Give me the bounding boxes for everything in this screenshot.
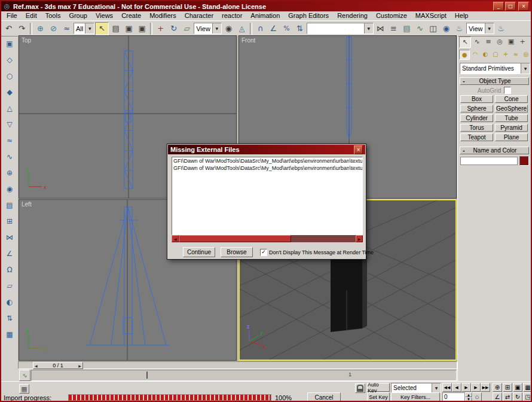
select-and-rotate-icon[interactable]: ↻ [167, 23, 180, 35]
reactor-tool-16-icon[interactable]: ▱ [3, 279, 16, 293]
redo-icon[interactable]: ↷ [16, 23, 28, 35]
reference-coordinate-dropdown[interactable]: View ▼ [194, 23, 222, 34]
zoom-all-icon[interactable]: ⊞ [503, 383, 512, 392]
button-geosphere[interactable]: GeoSphere [495, 105, 528, 112]
reactor-tool-12-icon[interactable]: ⊞ [3, 215, 16, 228]
undo-icon[interactable]: ↶ [2, 23, 15, 35]
reactor-tool-2-icon[interactable]: ◇ [3, 53, 16, 66]
angle-snap-icon[interactable]: ∠ [267, 23, 280, 35]
time-slider-handle[interactable]: ◀ 0 / 1 ▶ [33, 362, 83, 369]
category-helpers[interactable]: + [501, 50, 510, 59]
material-editor-icon[interactable]: ◉ [440, 23, 452, 35]
button-box[interactable]: Box [460, 95, 493, 103]
set-key-button[interactable]: Set Key [367, 392, 390, 401]
autogrid-checkbox[interactable] [504, 87, 511, 94]
named-selection-sets-dropdown[interactable]: ▼ [307, 23, 374, 34]
select-and-link-icon[interactable]: ⊕ [34, 23, 47, 35]
percent-snap-icon[interactable]: % [280, 23, 293, 35]
selection-region-icon[interactable]: ▣ [123, 23, 135, 35]
reactor-tool-4-icon[interactable]: ◆ [3, 86, 16, 99]
reactor-tool-17-icon[interactable]: ◐ [3, 296, 16, 309]
key-mode-toggle-button[interactable]: ○ [472, 392, 482, 401]
menu-customize[interactable]: Customize [372, 11, 411, 20]
reactor-tool-5-icon[interactable]: △ [3, 102, 16, 115]
category-shapes[interactable]: ◠ [470, 50, 480, 59]
continue-button[interactable]: Continue [183, 247, 215, 257]
spinner-snap-icon[interactable]: ⇅ [293, 23, 306, 35]
missing-files-list[interactable]: GFI\Dawn of War\ModTools\DataSrc\My_Mod\… [172, 157, 363, 235]
scrollbar-track[interactable] [291, 235, 356, 242]
menu-help[interactable]: Help [451, 11, 473, 20]
category-cameras[interactable]: ▢ [491, 50, 500, 59]
render-scene-icon[interactable]: ♨ [453, 23, 466, 35]
select-and-move-icon[interactable]: + [154, 23, 167, 35]
dialog-close-icon[interactable]: × [354, 145, 363, 154]
field-of-view-icon[interactable]: ∠ [493, 392, 502, 401]
menu-group[interactable]: Group [65, 11, 91, 20]
category-systems[interactable]: ◎ [521, 50, 531, 59]
play-button[interactable]: ▶ [461, 383, 471, 392]
menu-edit[interactable]: Edit [22, 11, 41, 20]
select-and-manipulate-icon[interactable]: ◬ [236, 23, 248, 35]
go-to-end-button[interactable]: ▶▶ [481, 383, 490, 392]
select-by-name-icon[interactable]: ▤ [109, 23, 122, 35]
scroll-left-icon[interactable]: ◀ [172, 235, 179, 242]
reactor-tool-9-icon[interactable]: ⊕ [3, 166, 16, 179]
category-spacewarps[interactable]: ≈ [511, 50, 521, 59]
reactor-tool-7-icon[interactable]: ≈ [3, 134, 16, 147]
schematic-view-icon[interactable]: ◫ [427, 23, 439, 35]
zoom-extents-all-icon[interactable]: ▦ [523, 383, 532, 392]
menu-character[interactable]: Character [181, 11, 218, 20]
close-button[interactable]: × [518, 2, 529, 11]
key-filters-button[interactable]: Key Filters... [391, 392, 440, 401]
tab-create[interactable]: ↖ [459, 36, 471, 48]
button-plane[interactable]: Plane [495, 133, 528, 141]
tab-modify[interactable]: ∿ [472, 36, 482, 47]
object-type-rollout-header[interactable]: - Object Type [460, 77, 529, 85]
render-type-dropdown[interactable]: View ▼ [466, 23, 494, 34]
menu-rendering[interactable]: Rendering [333, 11, 372, 20]
cancel-button[interactable]: Cancel [307, 392, 341, 402]
tab-display[interactable]: ▣ [506, 36, 516, 47]
selection-lock-icon[interactable] [355, 383, 365, 393]
next-frame-arrow-icon[interactable]: ▶ [78, 364, 81, 368]
frame-number-field[interactable] [442, 392, 465, 401]
tab-motion[interactable]: ◎ [494, 36, 505, 47]
menu-create[interactable]: Create [117, 11, 145, 20]
button-cone[interactable]: Cone [495, 95, 528, 103]
menu-file[interactable]: File [2, 11, 22, 20]
key-selection-set-dropdown[interactable]: Selected ▼ [391, 383, 441, 393]
go-to-start-button[interactable]: ◀◀ [442, 383, 452, 392]
zoom-extents-icon[interactable]: ▣ [513, 383, 522, 392]
time-slider[interactable]: ◀ 0 / 1 ▶ [18, 361, 457, 369]
tab-hierarchy[interactable]: ≡ [483, 36, 494, 47]
reactor-tool-15-icon[interactable]: Ω [3, 263, 16, 276]
scroll-right-icon[interactable]: ▶ [356, 235, 363, 242]
menu-tools[interactable]: Tools [41, 11, 65, 20]
next-frame-button[interactable]: ▶ [471, 383, 481, 392]
object-name-field[interactable] [460, 157, 518, 165]
use-pivot-center-icon[interactable]: ◉ [222, 23, 235, 35]
reactor-tool-18-icon[interactable]: ⇅ [3, 312, 16, 325]
reactor-tool-14-icon[interactable]: ∠ [3, 247, 16, 260]
track-bar[interactable]: ∿ 1 [18, 369, 457, 381]
window-crossing-icon[interactable]: ▣ [136, 23, 148, 35]
category-lights[interactable]: ◐ [481, 50, 490, 59]
maximize-button[interactable]: □ [505, 2, 516, 11]
menu-animation[interactable]: Animation [246, 11, 284, 20]
chevron-down-icon[interactable]: ▼ [521, 63, 530, 74]
scrollbar-thumb[interactable] [179, 235, 291, 242]
pan-icon[interactable]: ⇄ [503, 392, 512, 401]
reactor-tool-10-icon[interactable]: ◉ [3, 182, 16, 196]
unlink-selection-icon[interactable]: ⊘ [47, 23, 60, 35]
mini-curve-editor-button[interactable]: ∿ [19, 370, 30, 381]
button-pyramid[interactable]: Pyramid [495, 124, 528, 132]
button-sphere[interactable]: Sphere [460, 105, 493, 112]
minimize-button[interactable]: _ [493, 2, 504, 11]
name-and-color-rollout-header[interactable]: - Name and Color [460, 147, 529, 154]
menu-modifiers[interactable]: Modifiers [145, 11, 181, 20]
reactor-tool-11-icon[interactable]: ▤ [3, 199, 16, 212]
dont-display-checkbox[interactable]: ✓ [260, 249, 267, 256]
menu-views[interactable]: Views [91, 11, 117, 20]
arc-rotate-icon[interactable]: ↻ [513, 392, 522, 401]
